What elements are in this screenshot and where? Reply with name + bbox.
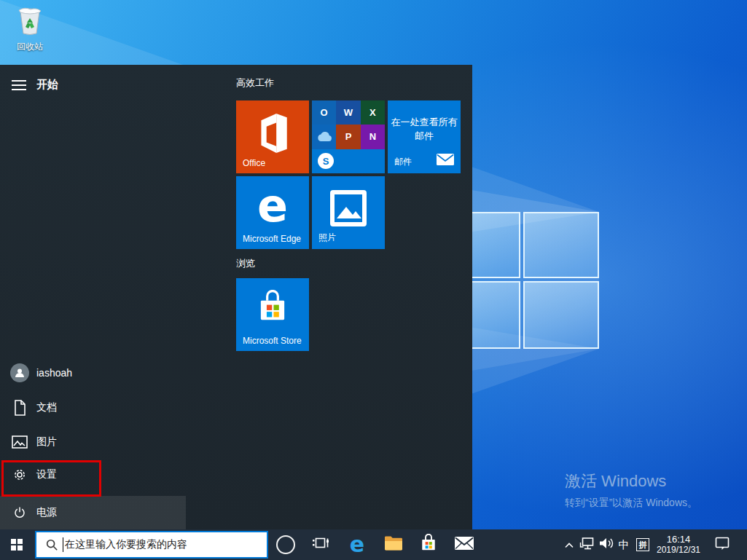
start-menu: 开始 iashoah 文档 图片 设置 <box>0 65 472 529</box>
ime-mode-indicator: 拼 <box>636 538 649 551</box>
action-center-icon <box>715 537 730 553</box>
recycle-bin-icon <box>15 26 45 39</box>
word-icon[interactable]: W <box>336 100 360 125</box>
ime-language-indicator: 中 <box>619 538 630 552</box>
desktop: 回收站 激活 Windows 转到“设置”以激活 Windows。 开始 ias… <box>0 0 747 560</box>
tile-office-apps-group[interactable]: O W X P N S <box>312 100 385 173</box>
task-view-button[interactable] <box>306 529 335 560</box>
tile-photos[interactable]: 照片 <box>312 176 385 249</box>
onenote-icon[interactable]: N <box>361 125 385 149</box>
rail-item-user[interactable]: iashoah <box>0 356 186 390</box>
watermark-title: 激活 Windows <box>565 470 697 492</box>
hamburger-menu-button[interactable] <box>12 80 26 90</box>
task-view-icon <box>312 535 329 554</box>
store-icon <box>236 290 309 326</box>
start-button[interactable] <box>0 529 34 560</box>
tile-group-title-productivity: 高效工作 <box>236 76 274 90</box>
powerpoint-icon[interactable]: P <box>336 125 360 149</box>
start-menu-title: 开始 <box>36 78 58 92</box>
rail-item-settings[interactable]: 设置 <box>0 458 186 492</box>
excel-icon[interactable]: X <box>361 100 385 125</box>
outlook-icon[interactable]: O <box>312 100 336 125</box>
edge-icon: e <box>350 534 364 556</box>
speaker-icon <box>599 537 614 553</box>
store-tile-label: Microsoft Store <box>243 336 302 346</box>
office-icon <box>236 114 309 153</box>
watermark-subtitle: 转到“设置”以激活 Windows。 <box>565 497 697 510</box>
store-taskbar-button[interactable] <box>414 529 443 560</box>
store-icon <box>420 534 437 556</box>
office-tile-label: Office <box>243 158 265 168</box>
activation-watermark: 激活 Windows 转到“设置”以激活 Windows。 <box>565 470 697 510</box>
file-explorer-icon <box>384 535 403 554</box>
power-icon <box>10 505 29 520</box>
action-center-button[interactable] <box>709 529 735 560</box>
user-avatar-icon <box>10 363 29 382</box>
edge-taskbar-button[interactable]: e <box>343 529 372 560</box>
taskbar: 在这里输入你要搜索的内容 e <box>0 529 747 560</box>
tile-microsoft-edge[interactable]: e Microsoft Edge <box>236 176 309 249</box>
mail-tile-label: 邮件 <box>394 156 412 168</box>
mail-taskbar-button[interactable] <box>450 529 479 560</box>
file-explorer-button[interactable] <box>379 529 408 560</box>
network-icon <box>579 537 595 553</box>
pictures-icon <box>10 435 29 449</box>
documents-label: 文档 <box>36 401 57 414</box>
rail-item-documents[interactable]: 文档 <box>0 391 186 425</box>
rail-item-pictures[interactable]: 图片 <box>0 425 186 459</box>
network-tray-button[interactable] <box>577 529 598 560</box>
tile-office[interactable]: Office <box>236 100 309 173</box>
search-placeholder: 在这里输入你要搜索的内容 <box>65 538 187 551</box>
text-caret <box>63 537 63 552</box>
search-input[interactable]: 在这里输入你要搜索的内容 <box>35 531 268 559</box>
photos-tile-label: 照片 <box>318 232 336 244</box>
pictures-label: 图片 <box>36 435 57 449</box>
tile-group-title-explore: 浏览 <box>236 257 255 270</box>
edge-tile-label: Microsoft Edge <box>243 234 301 244</box>
mail-tile-message: 在一处查看所有 邮件 <box>388 115 461 143</box>
rail-item-power[interactable]: 电源 <box>0 496 186 529</box>
skype-strip[interactable]: S <box>312 149 385 173</box>
onedrive-icon[interactable] <box>312 125 336 149</box>
photos-icon <box>312 188 385 229</box>
gear-icon <box>10 468 29 482</box>
skype-icon: S <box>318 153 334 169</box>
volume-tray-button[interactable] <box>596 529 617 560</box>
clock-date: 2019/12/31 <box>651 545 706 556</box>
ime-language-button[interactable]: 中 <box>615 529 633 560</box>
document-icon <box>10 400 29 416</box>
ime-mode-button[interactable]: 拼 <box>633 529 652 560</box>
clock-tray-button[interactable]: 16:14 2019/12/31 <box>651 529 706 560</box>
clock-time: 16:14 <box>651 534 706 545</box>
recycle-bin-label: 回收站 <box>9 41 51 53</box>
windows-logo-wallpaper <box>452 212 599 349</box>
tile-microsoft-store[interactable]: Microsoft Store <box>236 278 309 351</box>
edge-icon: e <box>236 179 309 232</box>
settings-label: 设置 <box>36 468 57 481</box>
cortana-icon <box>276 535 295 554</box>
power-label: 电源 <box>36 506 57 519</box>
mail-envelope-icon <box>437 154 454 168</box>
windows-start-icon <box>11 539 23 551</box>
user-name-label: iashoah <box>36 367 72 379</box>
search-icon <box>45 538 58 551</box>
show-hidden-icons-button[interactable] <box>560 529 579 560</box>
chevron-up-icon <box>564 538 574 551</box>
cortana-button[interactable] <box>271 529 300 560</box>
mail-envelope-icon <box>455 537 474 553</box>
recycle-bin-shortcut[interactable]: 回收站 <box>9 6 51 53</box>
tile-mail[interactable]: 在一处查看所有 邮件 邮件 <box>388 100 461 173</box>
